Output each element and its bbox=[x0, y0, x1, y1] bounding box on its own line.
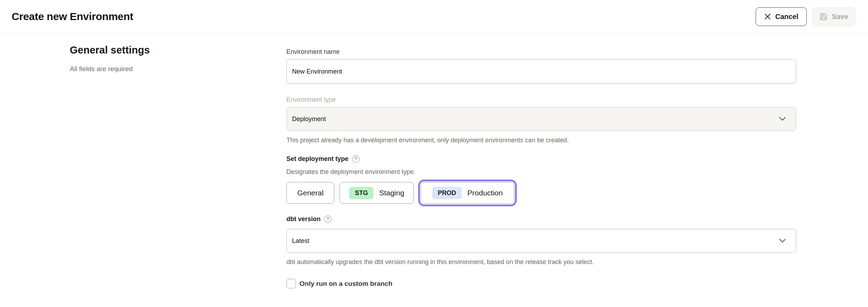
section-heading: General settings bbox=[70, 43, 286, 57]
dbt-version-field: dbt version ? Latest dbt automatically u… bbox=[286, 215, 796, 266]
deployment-type-label: Set deployment type bbox=[286, 155, 348, 163]
deployment-type-heading: Set deployment type ? bbox=[286, 155, 796, 163]
environment-type-label: Environment type bbox=[286, 95, 796, 104]
deployment-type-option-staging[interactable]: STG Staging bbox=[340, 182, 414, 204]
deployment-type-general-label: General bbox=[297, 189, 324, 197]
main-content: General settings All fields are required… bbox=[0, 33, 868, 288]
deployment-type-option-production[interactable]: PROD Production bbox=[421, 182, 514, 204]
environment-type-value: Deployment bbox=[292, 115, 326, 123]
deployment-type-description: Designates the deployment environment ty… bbox=[286, 168, 796, 176]
save-icon bbox=[819, 13, 827, 21]
environment-name-field: Environment name bbox=[286, 48, 796, 84]
help-icon[interactable]: ? bbox=[352, 155, 359, 163]
dbt-version-helper: dbt automatically upgrades the dbt versi… bbox=[286, 258, 796, 266]
chevron-down-icon bbox=[779, 115, 786, 123]
page-title: Create new Environment bbox=[12, 11, 133, 23]
custom-branch-label[interactable]: Only run on a custom branch bbox=[299, 280, 392, 288]
environment-type-select[interactable]: Deployment bbox=[286, 107, 796, 131]
environment-form: Environment name Environment type Deploy… bbox=[286, 33, 796, 288]
save-button-label: Save bbox=[832, 13, 848, 21]
environment-name-label: Environment name bbox=[286, 48, 796, 56]
environment-name-input[interactable] bbox=[286, 59, 796, 84]
deployment-type-production-label: Production bbox=[467, 189, 503, 197]
cancel-button-label: Cancel bbox=[775, 13, 799, 21]
dbt-version-value: Latest bbox=[292, 237, 309, 245]
environment-type-field: Environment type Deployment This project… bbox=[286, 95, 796, 144]
page-header: Create new Environment Cancel Save bbox=[0, 0, 868, 33]
deployment-type-staging-label: Staging bbox=[379, 189, 404, 197]
custom-branch-row: Only run on a custom branch bbox=[286, 279, 796, 288]
deployment-type-options: General STG Staging PROD Production bbox=[286, 182, 796, 204]
section-intro: General settings All fields are required bbox=[70, 33, 286, 73]
cancel-button[interactable]: Cancel bbox=[756, 7, 807, 26]
custom-branch-checkbox[interactable] bbox=[286, 279, 296, 288]
dbt-version-label: dbt version bbox=[286, 215, 321, 223]
production-badge: PROD bbox=[432, 187, 462, 199]
save-button[interactable]: Save bbox=[812, 7, 855, 26]
chevron-down-icon bbox=[779, 237, 786, 245]
header-actions: Cancel Save bbox=[756, 7, 855, 26]
dbt-version-heading: dbt version ? bbox=[286, 215, 796, 223]
deployment-type-field: Set deployment type ? Designates the dep… bbox=[286, 155, 796, 204]
dbt-version-select[interactable]: Latest bbox=[286, 229, 796, 253]
environment-type-helper: This project already has a development e… bbox=[286, 136, 796, 144]
deployment-type-option-general[interactable]: General bbox=[286, 182, 334, 204]
staging-badge: STG bbox=[349, 187, 373, 199]
help-icon[interactable]: ? bbox=[324, 215, 331, 223]
close-icon bbox=[764, 13, 771, 20]
section-subheading: All fields are required bbox=[70, 65, 286, 73]
